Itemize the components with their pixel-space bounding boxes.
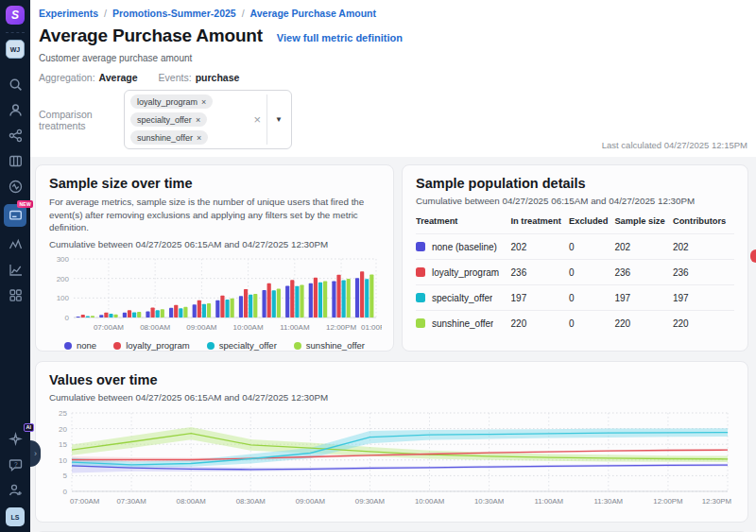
population-table: TreatmentIn treatmentExcludedSample size…: [416, 214, 734, 335]
contributors-cell: 220: [673, 311, 734, 336]
svg-text:11:30AM: 11:30AM: [593, 497, 623, 506]
legend-label: specialty_offer: [219, 340, 277, 351]
treatment-swatch: [416, 267, 425, 277]
population-card: Sample population details Cumulative bet…: [402, 164, 748, 352]
svg-text:08:00AM: 08:00AM: [177, 497, 206, 506]
population-title: Sample population details: [416, 176, 734, 191]
aggregation-label: Aggregation:: [39, 72, 95, 83]
svg-text:0: 0: [63, 488, 68, 496]
legend-dot: [207, 342, 215, 350]
metrics-card-icon[interactable]: NEW: [4, 204, 26, 227]
clear-all-icon[interactable]: ×: [249, 112, 266, 127]
legend-label: sunshine_offer: [306, 340, 365, 351]
svg-text:12:00PM: 12:00PM: [326, 323, 356, 332]
column-header: Contributors: [673, 214, 734, 234]
svg-text:0: 0: [65, 314, 70, 322]
treatment-swatch: [416, 293, 425, 302]
svg-text:5: 5: [63, 472, 68, 480]
svg-text:15: 15: [59, 440, 67, 449]
contributors-cell: 236: [673, 260, 734, 285]
excluded-cell: 0: [569, 234, 614, 260]
svg-text:12:30PM: 12:30PM: [702, 497, 731, 506]
ai-assistant-icon[interactable]: AI: [4, 428, 26, 451]
chart-legend: noneloyalty_programspecialty_offersunshi…: [49, 340, 380, 351]
comparison-treatments-select[interactable]: loyalty_program×specialty_offer×sunshine…: [124, 90, 292, 149]
legend-label: loyalty_program: [126, 340, 190, 351]
pulse-icon[interactable]: [4, 175, 26, 197]
chip-remove-icon[interactable]: ×: [197, 133, 201, 143]
breadcrumb-item[interactable]: Experiments: [39, 8, 98, 19]
chip-remove-icon[interactable]: ×: [201, 97, 206, 107]
view-metric-definition-link[interactable]: View full metric definition: [277, 32, 403, 43]
main-panel: Experiments/Promotions-Summer-2025/Avera…: [30, 0, 756, 532]
statsig-logo[interactable]: S: [6, 6, 25, 25]
table-row: loyalty_program2360236236: [416, 260, 734, 285]
experiments-icon[interactable]: [4, 232, 26, 255]
breadcrumb-separator: /: [104, 8, 107, 19]
search-icon[interactable]: [4, 73, 26, 95]
chips-container: loyalty_program×specialty_offer×sunshine…: [130, 94, 249, 145]
svg-text:08:00AM: 08:00AM: [140, 323, 170, 332]
content-area: Sample size over time For average metric…: [30, 157, 756, 532]
profile-icon[interactable]: [4, 98, 26, 121]
sample-size-chart: 010020030007:00AM08:00AM09:00AM10:00AM11…: [49, 255, 382, 335]
breadcrumb-item[interactable]: Promotions-Summer-2025: [112, 8, 236, 19]
chip-label: specialty_offer: [137, 115, 192, 125]
chip-remove-icon[interactable]: ×: [196, 115, 200, 125]
events-field: Events:purchase: [159, 72, 240, 83]
comparison-treatments-label: Comparison treatments: [39, 109, 124, 131]
treatment-swatch: [416, 318, 425, 328]
legend-dot: [113, 342, 121, 350]
treatment-chip[interactable]: sunshine_offer×: [130, 130, 208, 145]
right-edge-tab[interactable]: [750, 249, 756, 263]
sidebar: S WJ NEW AI ? LS: [0, 0, 30, 532]
feedback-icon[interactable]: ?: [4, 454, 26, 476]
aggregation-value: Average: [99, 72, 138, 83]
workspace-badge[interactable]: WJ: [6, 40, 25, 59]
sample-size-cell: 236: [614, 260, 673, 285]
chevron-down-icon[interactable]: ▼: [268, 115, 289, 124]
aggregation-field: Aggregation:Average: [39, 72, 138, 83]
new-badge: NEW: [17, 200, 33, 208]
breadcrumb-item[interactable]: Average Purchase Amount: [250, 8, 376, 19]
page-header: Experiments/Promotions-Summer-2025/Avera…: [30, 0, 756, 157]
sidebar-divider: [6, 32, 25, 33]
treatment-label: sunshine_offer: [432, 318, 493, 329]
insights-icon[interactable]: [4, 258, 26, 281]
svg-text:?: ?: [14, 461, 18, 468]
column-header: Excluded: [569, 214, 614, 234]
svg-text:09:00AM: 09:00AM: [296, 497, 325, 506]
page-title: Average Purchase Amount: [39, 26, 263, 46]
treatment-chip[interactable]: specialty_offer×: [130, 112, 207, 127]
treatment-chip[interactable]: loyalty_program×: [130, 94, 213, 109]
treatment-label: specialty_offer: [432, 293, 492, 303]
svg-text:10:00AM: 10:00AM: [415, 497, 444, 506]
column-header: Sample size: [614, 214, 673, 234]
excluded-cell: 0: [569, 285, 614, 311]
column-header: In treatment: [511, 214, 570, 234]
svg-text:09:00AM: 09:00AM: [186, 323, 216, 332]
sample-size-card: Sample size over time For average metric…: [35, 164, 394, 352]
svg-text:25: 25: [59, 409, 67, 418]
svg-text:08:30AM: 08:30AM: [236, 497, 266, 506]
in-treatment-cell: 197: [511, 285, 570, 311]
breadcrumb: Experiments/Promotions-Summer-2025/Avera…: [39, 8, 747, 19]
apps-icon[interactable]: [4, 283, 26, 306]
excluded-cell: 0: [569, 311, 614, 336]
svg-text:10: 10: [59, 456, 67, 465]
network-icon[interactable]: [4, 124, 26, 146]
svg-text:01:00PM: 01:00PM: [361, 323, 382, 332]
invite-icon[interactable]: [4, 479, 26, 502]
svg-text:09:30AM: 09:30AM: [355, 497, 385, 506]
sample-size-cell: 220: [614, 311, 673, 336]
values-title: Values over time: [49, 372, 734, 387]
table-header-row: TreatmentIn treatmentExcludedSample size…: [416, 214, 734, 234]
legend-item: specialty_offer: [207, 340, 277, 351]
table-row: none (baseline)2020202202: [416, 234, 734, 260]
columns-icon[interactable]: [4, 149, 26, 172]
user-avatar[interactable]: LS: [6, 507, 25, 526]
table-body: none (baseline)2020202202loyalty_program…: [416, 234, 734, 336]
last-calculated: Last calculated 04/27/2025 12:15PM: [602, 140, 747, 150]
legend-dot: [64, 342, 72, 350]
legend-item: sunshine_offer: [294, 340, 365, 351]
